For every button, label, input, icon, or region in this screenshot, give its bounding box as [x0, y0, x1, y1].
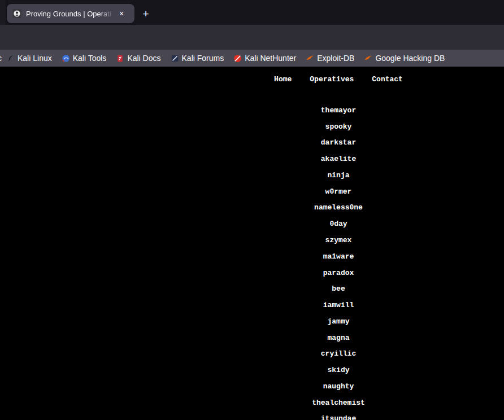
bookmark-kali-nethunter[interactable]: Kali NetHunter [232, 51, 297, 65]
operative-name: w0rmer [0, 183, 504, 200]
bookmark-kali-docs[interactable]: Kali Docs [115, 51, 162, 65]
operative-name: jammy [0, 313, 504, 330]
browser-tab[interactable]: Proving Grounds | Operati × [7, 4, 134, 23]
operatives-list: themayor spooky darkstar akaelite ninja … [0, 102, 504, 420]
nav-link-contact[interactable]: Contact [372, 75, 403, 84]
proving-grounds-favicon [12, 9, 21, 18]
operative-name: nameless0ne [0, 200, 504, 216]
kali-docs-icon [116, 54, 124, 63]
tab-bar: Proving Grounds | Operati × + [0, 0, 504, 25]
operative-name: skidy [0, 362, 504, 378]
operative-name: 0day [0, 216, 504, 232]
google-hacking-db-icon [364, 54, 372, 63]
exploit-db-icon [306, 54, 314, 63]
operative-name: magna [0, 330, 504, 346]
bookmark-label: Kali Linux [18, 54, 52, 63]
kali-forums-icon [171, 54, 179, 63]
bookmarks-toolbar: c Kali Linux Kali Tools [0, 50, 504, 67]
operative-name: akaelite [0, 151, 504, 167]
bookmark-label: Kali Docs [127, 54, 160, 63]
operative-name: bee [0, 281, 504, 297]
bookmarks-row: Kali Linux Kali Tools Kali Docs [5, 50, 446, 67]
operative-name: spooky [0, 119, 504, 135]
operative-name: szymex [0, 232, 504, 248]
operative-name: thealchemist [0, 395, 504, 411]
operative-name: darkstar [0, 135, 504, 151]
window-edge-strip [0, 0, 6, 25]
site-navigation: Home Operatives Contact [0, 75, 504, 84]
tab-title: Proving Grounds | Operati [26, 10, 115, 18]
bookmark-kali-linux[interactable]: Kali Linux [5, 51, 53, 65]
nav-link-home[interactable]: Home [274, 75, 292, 84]
bookmark-label: Exploit-DB [317, 54, 354, 63]
page-viewport: Home Operatives Contact themayor spooky … [0, 67, 504, 420]
tab-close-icon[interactable]: × [116, 8, 127, 19]
browser-window: Proving Grounds | Operati × + [0, 0, 504, 420]
operative-name: cryillic [0, 345, 504, 362]
clipped-bookmark-fragment[interactable]: c [0, 50, 2, 67]
bookmark-kali-tools[interactable]: Kali Tools [60, 51, 108, 65]
operative-name: ma1ware [0, 248, 504, 265]
bookmark-kali-forums[interactable]: Kali Forums [170, 51, 225, 65]
kali-nethunter-icon [233, 54, 242, 63]
kali-dragon-icon [6, 54, 15, 63]
operative-name: themayor [0, 102, 504, 119]
navigation-toolbar: Not Secure http://10.66.168.185/operativ… [0, 25, 504, 50]
bookmark-label: Kali Forums [182, 54, 224, 63]
bookmark-label: Kali Tools [73, 54, 107, 63]
bookmark-exploit-db[interactable]: Exploit-DB [305, 51, 355, 65]
nav-link-operatives[interactable]: Operatives [310, 75, 354, 84]
bookmark-label: Google Hacking DB [375, 54, 445, 63]
operative-name: naughty [0, 378, 504, 395]
kali-tools-icon [62, 54, 70, 63]
bookmark-label: Kali NetHunter [245, 54, 296, 63]
operative-name: ninja [0, 167, 504, 183]
new-tab-button[interactable]: + [139, 7, 153, 21]
operative-name: itsundae [0, 411, 504, 420]
bookmark-google-hacking-db[interactable]: Google Hacking DB [363, 51, 446, 65]
operative-name: paradox [0, 265, 504, 281]
operative-name: iamwill [0, 297, 504, 313]
